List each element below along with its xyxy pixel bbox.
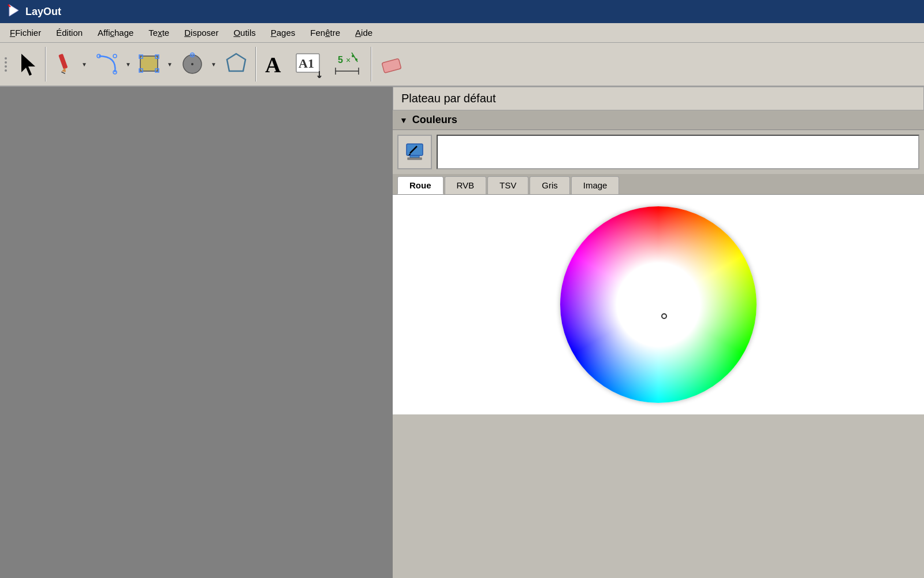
svg-rect-32 xyxy=(382,58,401,73)
menu-bar: FFichier ÉÉditiondition Affichage Texte … xyxy=(0,23,924,43)
colors-label: Couleurs xyxy=(412,114,457,126)
pencil-tool[interactable] xyxy=(50,48,79,80)
polygon-tool[interactable] xyxy=(221,48,252,80)
colors-collapse-arrow[interactable]: ▼ xyxy=(400,116,408,125)
color-tabs: Roue RVB TSV Gris Image xyxy=(393,174,924,195)
app-title: LayOut xyxy=(25,6,61,18)
circle-dropdown[interactable]: ▼ xyxy=(208,48,219,80)
separator-3 xyxy=(371,47,372,81)
circle-tool-group: ▼ xyxy=(177,48,219,80)
menu-disposer[interactable]: Disposer xyxy=(177,25,226,40)
arc-tool[interactable] xyxy=(91,48,122,80)
right-panel: Plateau par défaut ▼ Couleurs xyxy=(393,87,924,578)
colors-section: ▼ Couleurs xyxy=(393,110,924,578)
svg-rect-34 xyxy=(410,155,419,158)
color-wheel-inner xyxy=(560,206,757,403)
rect-tool[interactable] xyxy=(135,48,164,80)
arc-dropdown[interactable]: ▼ xyxy=(122,48,134,80)
menu-fenetre[interactable]: Fenêtre xyxy=(303,25,348,40)
circle-tool[interactable] xyxy=(177,48,208,80)
svg-point-16 xyxy=(192,54,193,56)
text-tool[interactable]: A xyxy=(260,48,291,80)
svg-text:A1: A1 xyxy=(299,56,314,71)
svg-point-7 xyxy=(113,54,117,58)
svg-point-17 xyxy=(191,63,193,65)
toolbar: ▼ ▼ ▼ xyxy=(0,43,924,87)
rect-dropdown[interactable]: ▼ xyxy=(164,48,176,80)
separator-1 xyxy=(45,47,46,81)
svg-marker-23 xyxy=(317,76,322,78)
svg-text:5: 5 xyxy=(338,55,343,65)
app-logo xyxy=(7,3,21,20)
menu-affichage[interactable]: Affichage xyxy=(90,25,141,40)
title-bar: LayOut xyxy=(0,0,924,23)
menu-fichier[interactable]: FFichier xyxy=(2,25,49,40)
svg-rect-35 xyxy=(408,158,422,160)
eyedropper-button[interactable] xyxy=(397,135,432,169)
rect-tool-group: ▼ xyxy=(135,48,176,80)
tab-image[interactable]: Image xyxy=(571,176,620,194)
label-tool[interactable]: A1 xyxy=(292,48,329,80)
select-tool[interactable] xyxy=(13,48,42,80)
color-preview-swatch[interactable] xyxy=(437,135,919,169)
toolbar-grip xyxy=(5,47,9,81)
svg-line-31 xyxy=(352,53,357,62)
canvas-area[interactable] xyxy=(0,87,393,578)
svg-text:A: A xyxy=(265,53,281,77)
eraser-tool[interactable] xyxy=(375,48,407,80)
main-area: Plateau par défaut ▼ Couleurs xyxy=(0,87,924,578)
color-wheel[interactable] xyxy=(560,206,757,403)
svg-marker-18 xyxy=(227,54,245,71)
colors-header[interactable]: ▼ Couleurs xyxy=(393,110,924,130)
svg-text:×: × xyxy=(346,55,351,65)
menu-edition[interactable]: ÉÉditiondition xyxy=(49,25,90,40)
tab-tsv[interactable]: TSV xyxy=(487,176,528,194)
separator-2 xyxy=(255,47,256,81)
arc-tool-group: ▼ xyxy=(91,48,134,80)
color-wheel-area[interactable] xyxy=(393,195,924,414)
menu-outils[interactable]: Outils xyxy=(226,25,263,40)
menu-pages[interactable]: Pages xyxy=(263,25,303,40)
pencil-tool-group: ▼ xyxy=(50,48,90,80)
tab-gris[interactable]: Gris xyxy=(530,176,570,194)
svg-rect-33 xyxy=(407,144,423,155)
menu-aide[interactable]: Aide xyxy=(348,25,380,40)
svg-marker-2 xyxy=(21,54,35,76)
tab-roue[interactable]: Roue xyxy=(397,176,444,194)
menu-texte[interactable]: Texte xyxy=(141,25,177,40)
panel-title: Plateau par défaut xyxy=(393,87,924,110)
svg-rect-3 xyxy=(58,54,68,69)
tab-rvb[interactable]: RVB xyxy=(445,176,487,194)
dimension-tool[interactable]: 5 × xyxy=(330,48,367,80)
pencil-dropdown[interactable]: ▼ xyxy=(79,48,90,80)
color-picker-row xyxy=(393,130,924,174)
